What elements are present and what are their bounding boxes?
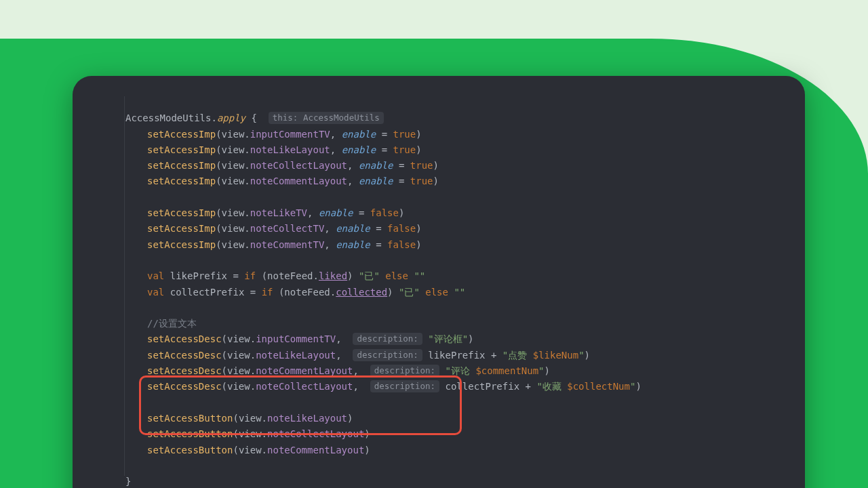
code-line: setAccessButton(view.noteCommentLayout) [125, 443, 791, 458]
code-line-empty [125, 253, 791, 268]
code-line: setAccessImp(view.noteLikeLayout, enable… [125, 142, 791, 158]
code-line: } [125, 474, 791, 488]
inline-hint: description: [353, 333, 422, 345]
code-line: val collectPrefix = if (noteFeed.collect… [125, 285, 791, 300]
code-line: setAccessImp(view.noteCollectTV, enable … [125, 221, 791, 237]
code-line: setAccessImp(view.inputCommentTV, enable… [125, 127, 791, 142]
code-line-empty [125, 300, 791, 316]
code-line: //设置文本 [125, 316, 791, 331]
code-line: setAccessImp(view.noteCommentTV, enable … [125, 237, 791, 253]
code-line: val likePrefix = if (noteFeed.liked) "已"… [125, 268, 791, 284]
code-editor-window: AccessModeUtils.apply { this: AccessMode… [73, 76, 805, 488]
code-line-empty [125, 190, 791, 205]
code-line: setAccessDesc(view.noteLikeLayout, descr… [125, 348, 791, 363]
inline-hint: description: [353, 349, 422, 361]
highlight-annotation-box [139, 375, 462, 435]
code-line-empty [125, 458, 791, 474]
code-line: setAccessImp(view.noteLikeTV, enable = f… [125, 205, 791, 221]
code-line: setAccessImp(view.noteCommentLayout, ena… [125, 174, 791, 189]
code-line: AccessModeUtils.apply { this: AccessMode… [125, 110, 791, 126]
inline-hint: this: AccessModeUtils [269, 112, 384, 124]
code-line: setAccessDesc(view.inputCommentTV, descr… [125, 331, 791, 347]
code-line: setAccessImp(view.noteCollectLayout, ena… [125, 158, 791, 174]
editor-gutter-line [124, 96, 125, 476]
